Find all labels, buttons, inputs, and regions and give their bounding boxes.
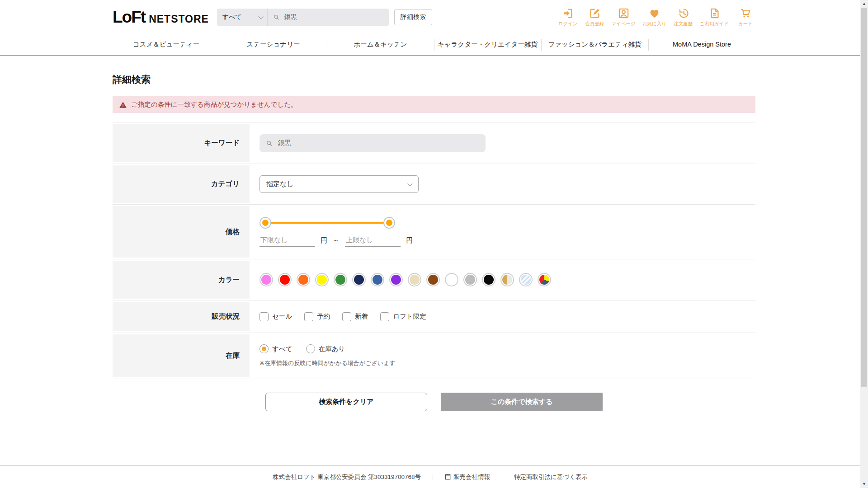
search-icon	[273, 14, 280, 21]
stock-option-in-stock-label: 在庫あり	[319, 345, 345, 353]
checkbox-icon[interactable]	[380, 312, 389, 321]
price-min-input[interactable]	[259, 236, 315, 247]
search-input-wrap	[268, 9, 389, 26]
color-swatch-white[interactable]	[445, 273, 458, 286]
login-icon	[562, 7, 574, 19]
scrollbar-down-arrow[interactable]: ▼	[860, 480, 868, 488]
keyword-input[interactable]	[277, 139, 479, 147]
color-swatch-clear[interactable]	[519, 273, 533, 286]
keyword-input-wrap	[259, 134, 486, 152]
form-row-category: カテゴリ 指定なし	[113, 164, 755, 205]
search-category-value: すべて	[222, 13, 242, 21]
color-swatch-navy[interactable]	[352, 273, 366, 286]
color-swatch-blue[interactable]	[371, 273, 384, 286]
scrollbar: ▲ ▼	[860, 0, 868, 488]
checkbox-icon[interactable]	[342, 312, 351, 321]
search-category-select[interactable]: すべて	[217, 9, 268, 26]
detail-search-button[interactable]: 詳細検索	[394, 9, 432, 25]
login-link[interactable]: ログイン	[558, 7, 578, 27]
stock-row-label: 在庫	[113, 334, 250, 377]
order-history-label: 注文履歴	[674, 21, 693, 27]
color-swatch-pink-fill	[261, 275, 271, 285]
mypage-icon	[618, 7, 630, 19]
checkbox-icon[interactable]	[259, 312, 269, 321]
main-content: 詳細検索 ご指定の条件に一致する商品が見つかりませんでした。 キーワード カテゴ…	[113, 73, 755, 411]
footer-company-text: 株式会社ロフト 東京都公安委員会 第303319700768号	[273, 473, 421, 481]
category-nav: コスメ＆ビューティー ステーショナリー ホーム＆キッチン キャラクター・クリエイ…	[0, 34, 868, 56]
color-swatch-brown-fill	[428, 275, 438, 285]
color-swatch-pink[interactable]	[259, 273, 273, 286]
scrollbar-up-arrow[interactable]: ▲	[860, 0, 868, 8]
chevron-down-icon	[258, 14, 263, 19]
order-history-link[interactable]: 注文履歴	[673, 7, 693, 27]
color-swatch-blue-fill	[373, 275, 382, 285]
logo-secondary-text: NETSTORE	[149, 13, 209, 25]
form-row-stock: 在庫 すべて 在庫あり ※在庫情報の反映に時間がかかる場合がございます	[113, 333, 755, 379]
color-swatch-gray[interactable]	[463, 273, 477, 286]
header-search-input[interactable]	[283, 13, 383, 21]
color-swatch-black[interactable]	[482, 273, 495, 286]
color-swatch-yellow[interactable]	[315, 273, 329, 286]
logo-primary-text: LoFt	[113, 8, 145, 27]
color-swatch-orange[interactable]	[297, 273, 310, 286]
header-quick-links: ログイン 会員登録 マイページ お気に入り 注文履歴 ご利用ガイド	[558, 7, 755, 27]
footer: 株式会社ロフト 東京都公安委員会 第303319700768号 販売会社情報 特…	[0, 465, 860, 488]
footer-divider	[433, 474, 433, 480]
nav-item-moma[interactable]: MoMA Design Store	[648, 34, 755, 55]
color-swatch-black-fill	[484, 275, 494, 285]
form-row-color: カラー	[113, 259, 755, 300]
price-separator: ～	[333, 236, 340, 247]
chevron-down-icon	[407, 181, 412, 186]
color-row-label: カラー	[113, 261, 250, 299]
login-label: ログイン	[558, 21, 578, 27]
color-swatch-red[interactable]	[278, 273, 292, 286]
mypage-label: マイページ	[611, 21, 635, 27]
sales-option-loft-limited[interactable]: ロフト限定	[380, 312, 426, 321]
sales-option-sale[interactable]: セール	[259, 312, 292, 321]
register-link[interactable]: 会員登録	[585, 7, 604, 27]
color-swatch-gray-fill	[465, 275, 475, 285]
color-swatch-orange-fill	[298, 275, 308, 285]
price-slider-handle-max[interactable]	[383, 217, 395, 229]
cart-link[interactable]: カート	[736, 7, 755, 27]
footer-link-company-info-label: 販売会社情報	[453, 473, 490, 481]
price-unit-label: 円	[406, 236, 413, 247]
nav-item-fashion-variety[interactable]: ファッション＆バラエティ雑貨	[541, 34, 648, 55]
price-max-input[interactable]	[345, 236, 401, 247]
register-label: 会員登録	[585, 21, 604, 27]
favorite-link[interactable]: お気に入り	[642, 7, 666, 27]
color-swatch-brown[interactable]	[426, 273, 440, 286]
color-swatch-green[interactable]	[334, 273, 347, 286]
color-swatch-red-fill	[280, 275, 290, 285]
color-swatch-gold-silver[interactable]	[500, 273, 514, 286]
nav-item-character[interactable]: キャラクター・クリエイター雑貨	[434, 34, 541, 55]
submit-search-button[interactable]: この条件で検索する	[441, 393, 603, 411]
nav-item-stationery[interactable]: ステーショナリー	[220, 34, 327, 55]
category-select[interactable]: 指定なし	[259, 175, 419, 193]
radio-icon[interactable]	[306, 344, 315, 353]
footer-link-company-info[interactable]: 販売会社情報	[445, 473, 490, 481]
loft-logo[interactable]: LoFt NETSTORE	[113, 8, 209, 27]
sales-option-reserve[interactable]: 予約	[304, 312, 330, 321]
advanced-search-form: キーワード カテゴリ 指定なし 価格	[113, 122, 755, 379]
form-row-price: 価格 円 ～ 円	[113, 205, 755, 259]
sales-option-new[interactable]: 新着	[342, 312, 368, 321]
guide-link[interactable]: ご利用ガイド	[700, 7, 729, 27]
nav-item-home-kitchen[interactable]: ホーム＆キッチン	[327, 34, 434, 55]
color-swatch-multicolor[interactable]	[538, 273, 551, 286]
header: LoFt NETSTORE すべて 詳細検索 ログイン 会員登録	[113, 0, 755, 34]
color-swatch-beige[interactable]	[408, 273, 421, 286]
nav-item-cosme[interactable]: コスメ＆ビューティー	[113, 34, 220, 55]
checkbox-icon[interactable]	[304, 312, 313, 321]
color-swatch-purple[interactable]	[389, 273, 403, 286]
stock-option-in-stock[interactable]: 在庫あり	[306, 344, 345, 353]
slider-track	[265, 222, 389, 224]
scrollbar-thumb[interactable]	[861, 8, 867, 387]
search-icon	[266, 140, 273, 147]
footer-link-commerce-law[interactable]: 特定商取引法に基づく表示	[514, 473, 588, 481]
radio-selected-icon[interactable]	[259, 344, 269, 353]
clear-search-button[interactable]: 検索条件をクリア	[265, 393, 427, 411]
price-slider-handle-min[interactable]	[259, 217, 271, 229]
stock-option-all[interactable]: すべて	[259, 344, 292, 353]
mypage-link[interactable]: マイページ	[611, 7, 635, 27]
